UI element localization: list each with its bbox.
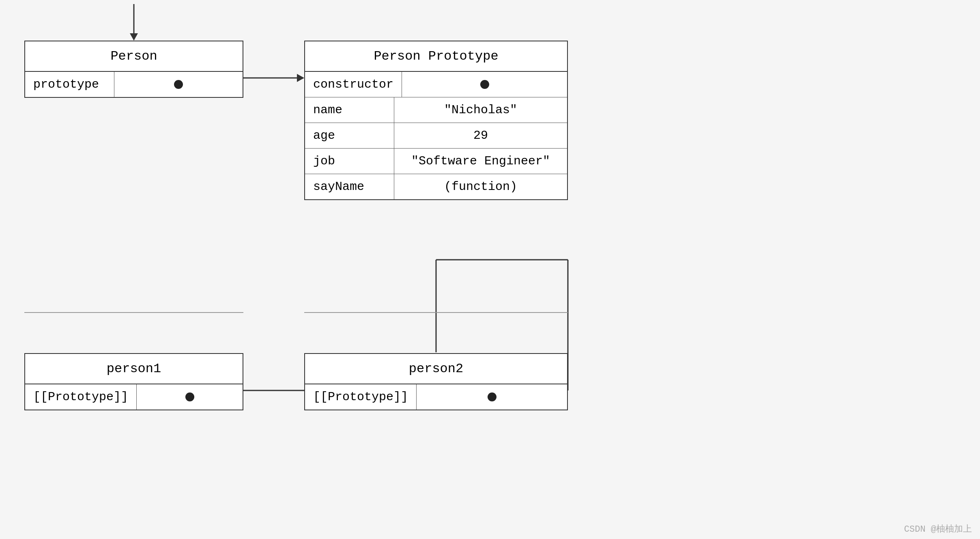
person-prototype-title: Person Prototype bbox=[305, 41, 567, 72]
person2-box: person2 [[Prototype]] bbox=[304, 353, 568, 410]
person1-title: person1 bbox=[25, 354, 243, 384]
person-constructor-prototype-row: prototype bbox=[25, 72, 243, 97]
person1-proto-dot bbox=[185, 392, 194, 401]
name-value: "Nicholas" bbox=[394, 97, 567, 123]
person1-proto-key: [[Prototype]] bbox=[25, 384, 137, 410]
prototype-key: prototype bbox=[25, 72, 114, 97]
person2-proto-key: [[Prototype]] bbox=[305, 384, 417, 410]
constructor-key: constructor bbox=[305, 72, 402, 97]
constructor-value bbox=[402, 72, 567, 97]
person2-proto-row: [[Prototype]] bbox=[305, 384, 567, 410]
person2-proto-value bbox=[417, 384, 567, 410]
person2-proto-dot bbox=[488, 392, 496, 401]
age-key: age bbox=[305, 123, 394, 148]
name-key: name bbox=[305, 97, 394, 123]
svg-marker-3 bbox=[297, 74, 304, 82]
job-row: job "Software Engineer" bbox=[305, 149, 567, 174]
person-prototype-box: Person Prototype constructor name "Nicho… bbox=[304, 41, 568, 200]
person2-title: person2 bbox=[305, 354, 567, 384]
sayname-value: (function) bbox=[394, 174, 567, 199]
person1-proto-value bbox=[137, 384, 243, 410]
svg-marker-1 bbox=[130, 33, 138, 41]
sayname-key: sayName bbox=[305, 174, 394, 199]
job-key: job bbox=[305, 149, 394, 174]
age-value: 29 bbox=[394, 123, 567, 148]
diagram-container: Person prototype Person Prototype constr… bbox=[0, 0, 980, 539]
person-constructor-box: Person prototype bbox=[24, 41, 243, 98]
person-constructor-title: Person bbox=[25, 41, 243, 72]
constructor-dot bbox=[480, 80, 489, 89]
name-row: name "Nicholas" bbox=[305, 97, 567, 123]
person1-proto-row: [[Prototype]] bbox=[25, 384, 243, 410]
person1-box: person1 [[Prototype]] bbox=[24, 353, 243, 410]
age-row: age 29 bbox=[305, 123, 567, 149]
watermark: CSDN @柚柚加上 bbox=[904, 523, 972, 535]
prototype-value bbox=[114, 72, 243, 97]
job-value: "Software Engineer" bbox=[394, 149, 567, 174]
prototype-dot bbox=[174, 80, 183, 89]
sayname-row: sayName (function) bbox=[305, 174, 567, 199]
constructor-row: constructor bbox=[305, 72, 567, 97]
